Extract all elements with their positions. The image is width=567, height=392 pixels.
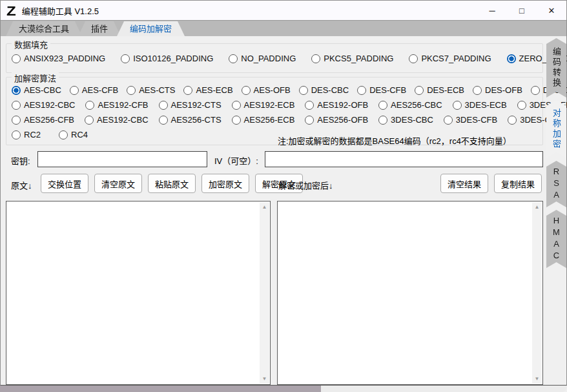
radio-algo-AES256-OFB[interactable]: AES256-OFB [305,115,368,125]
radio-label: AES192-OFB [317,100,368,110]
radio-algo-3DES-ECB[interactable]: 3DES-ECB [453,100,507,110]
radio-padding-ISO10126_PADDING[interactable]: ISO10126_PADDING [121,54,213,63]
radio-label: ISO10126_PADDING [133,54,213,63]
radio-algo-AES192-CFB[interactable]: AES192-CFB [85,100,148,110]
desktop-strip [0,386,567,392]
result-textarea[interactable]: ▲ ▼ [277,201,543,385]
radio-algo-AES192-ECB[interactable]: AES192-ECB [232,100,295,110]
scroll-up-icon[interactable]: ▲ [532,202,542,212]
radio-padding-ANSIX923_PADDING[interactable]: ANSIX923_PADDING [12,54,105,63]
source-textarea-content[interactable] [8,203,258,383]
radio-algo-DES-CBC[interactable]: DES-CBC [299,85,349,95]
radio-algo-AES256-CFB[interactable]: AES256-CFB [12,115,74,125]
radio-algo-DES-CFB[interactable]: DES-CFB [357,85,406,95]
algorithm-group-title: 加解密算法 [12,72,59,84]
source-textarea[interactable]: ▲ ▼ [6,201,271,385]
source-action-button[interactable]: 加密原文 [201,174,249,193]
radio-algo-AES-CBC[interactable]: AES-CBC [12,85,61,95]
desktop-strip-left [0,386,321,392]
radio-padding-PKCS7_PADDING[interactable]: PKCS7_PADDING [409,54,491,63]
radio-label: AES-OFB [254,85,291,95]
radio-circle-icon [409,54,418,63]
scroll-up-icon[interactable]: ▲ [260,202,269,212]
radio-circle-icon [232,116,241,125]
radio-algo-AES192-CBC[interactable]: AES192-CBC [85,115,148,125]
radio-circle-icon [531,86,540,95]
radio-label: PKCS7_PADDING [421,54,491,63]
radio-circle-icon [183,86,192,95]
radio-label: AES256-ECB [244,115,295,125]
radio-algo-AES-OFB[interactable]: AES-OFB [242,85,291,95]
padding-group-title: 数据填充 [12,38,50,50]
radio-circle-icon [85,101,94,110]
maximize-button[interactable]: □ [507,1,537,20]
radio-algo-DES-ECB[interactable]: DES-ECB [415,85,464,95]
base64-note: 注:加密或解密的数据都是BASE64编码（rc2，rc4不支持向量） [278,134,511,147]
radio-circle-icon [12,86,21,95]
app-logo-icon: Z [6,4,16,17]
source-action-button[interactable]: 粘贴原文 [148,174,196,193]
iv-input[interactable] [265,151,543,167]
side-tab-1[interactable]: 编码转换 [546,38,566,98]
tab-2[interactable]: 插件 [78,21,121,36]
side-tab-2[interactable]: 对称加密 [546,100,566,158]
radio-algo-DES-OFB[interactable]: DES-OFB [473,85,522,95]
source-buttons-row: 交换位置清空原文粘贴原文加密原文解密原文 [41,174,303,193]
source-action-button[interactable]: 交换位置 [41,174,88,193]
radio-padding-NO_PADDING[interactable]: NO_PADDING [229,54,296,63]
radio-algo-RC2[interactable]: RC2 [12,130,41,139]
algorithm-options-rows: AES-CBCAES-CFBAES-CTSAES-ECBAES-OFBDES-C… [6,77,542,139]
window-title: 编程辅助工具 V1.2.5 [22,5,99,17]
radio-algo-AES-ECB[interactable]: AES-ECB [183,85,232,95]
radio-algo-AES256-CBC[interactable]: AES256-CBC [378,100,442,110]
algorithm-groupbox: 加解密算法 AES-CBCAES-CFBAES-CTSAES-ECBAES-OF… [6,77,543,145]
scroll-down-icon[interactable]: ▼ [260,374,269,384]
side-tab-3[interactable]: RSA [546,161,566,207]
radio-algo-AES-CTS[interactable]: AES-CTS [127,85,175,95]
radio-label: AES256-CTS [171,115,222,125]
radio-algo-AES192-CTS[interactable]: AES192-CTS [159,100,222,110]
radio-algo-3DES-CBC[interactable]: 3DES-CBC [378,115,433,125]
radio-label: DES-ECB [427,85,464,95]
radio-algo-AES-CFB[interactable]: AES-CFB [70,85,118,95]
radio-algo-AES256-CTS[interactable]: AES256-CTS [159,115,222,125]
side-tab-4[interactable]: HMAC [546,210,566,268]
radio-label: AES256-CBC [391,100,442,110]
source-action-button[interactable]: 清空原文 [94,174,142,193]
iv-label: IV（可空）: [214,154,258,167]
window-controls: ─ □ ✕ [477,1,566,20]
radio-padding-PKCS5_PADDING[interactable]: PKCS5_PADDING [311,54,393,63]
result-scrollbar[interactable]: ▲ ▼ [532,202,542,384]
tab-1[interactable]: 大漠综合工具 [6,21,82,36]
radio-label: AES192-ECB [244,100,295,110]
radio-algo-AES192-OFB[interactable]: AES192-OFB [305,100,368,110]
minimize-button[interactable]: ─ [477,1,507,20]
radio-algo-3DES-CFB[interactable]: 3DES-CFB [444,115,497,125]
radio-circle-icon [12,101,21,110]
key-input[interactable] [37,151,207,167]
padding-groupbox: 数据填充 ANSIX923_PADDINGISO10126_PADDINGNO_… [6,43,543,73]
radio-label: AES192-CBC [24,100,75,110]
radio-label: ANSIX923_PADDING [24,54,105,63]
tab-3[interactable]: 编码加解密 [117,21,185,36]
radio-circle-icon [121,54,130,63]
app-canvas: Z 编程辅助工具 V1.2.5 ─ □ ✕ 大漠综合工具插件编码加解密 数据填充… [0,0,567,392]
radio-label: AES192-CFB [98,100,148,110]
radio-algo-RC4[interactable]: RC4 [59,130,88,139]
radio-circle-icon [12,130,21,139]
radio-label: AES256-CFB [24,115,74,125]
radio-algo-AES192-CBC[interactable]: AES192-CBC [12,100,75,110]
result-action-button[interactable]: 清空结果 [440,174,488,193]
radio-label: AES-CFB [82,85,118,95]
radio-label: DES-OFB [485,85,522,95]
padding-options-row: ANSIX923_PADDINGISO10126_PADDINGNO_PADDI… [6,44,542,63]
source-scrollbar[interactable]: ▲ ▼ [260,202,269,384]
result-action-button[interactable]: 复制结果 [494,174,542,193]
radio-circle-icon [473,86,482,95]
radio-label: RC2 [24,130,41,139]
close-button[interactable]: ✕ [537,1,566,20]
radio-circle-icon [378,116,387,125]
scroll-down-icon[interactable]: ▼ [532,374,542,384]
radio-algo-AES256-ECB[interactable]: AES256-ECB [232,115,295,125]
result-textarea-content[interactable] [279,203,531,383]
